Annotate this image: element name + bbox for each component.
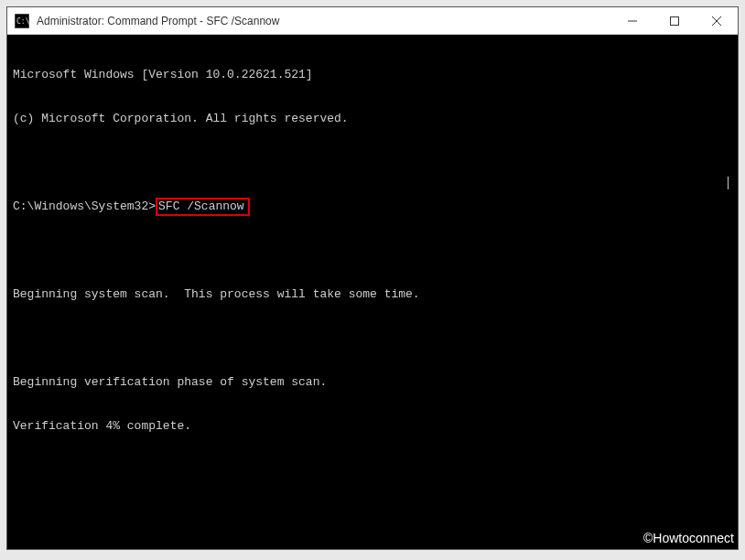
output-line: Beginning system scan. This process will… [13, 287, 732, 302]
output-line: (c) Microsoft Corporation. All rights re… [13, 112, 732, 126]
prompt-path: C:\Windows\System32> [13, 199, 156, 214]
close-button[interactable] [696, 7, 738, 34]
blank-line [13, 156, 732, 170]
window-title: Administrator: Command Prompt - SFC /Sca… [37, 15, 611, 27]
output-line: Beginning verification phase of system s… [13, 375, 732, 390]
output-line: Verification 4% complete. [13, 419, 732, 434]
svg-text:C:\: C:\ [16, 17, 29, 26]
window-controls [611, 7, 738, 34]
app-icon: C:\ [15, 14, 29, 28]
blank-line [13, 331, 732, 346]
output-line: Microsoft Windows [Version 10.0.22621.52… [13, 68, 732, 82]
watermark: ©Howtoconnect [643, 531, 734, 545]
titlebar[interactable]: C:\ Administrator: Command Prompt - SFC … [7, 7, 738, 35]
minimize-button[interactable] [611, 7, 653, 34]
command-highlight: SFC /Scannow [156, 198, 250, 216]
prompt-line: C:\Windows\System32>SFC /Scannow [13, 199, 732, 214]
svg-rect-3 [671, 16, 679, 25]
command-prompt-window: C:\ Administrator: Command Prompt - SFC … [6, 6, 739, 550]
terminal-output[interactable]: Microsoft Windows [Version 10.0.22621.52… [7, 35, 738, 549]
maximize-button[interactable] [653, 7, 696, 34]
command-text: SFC /Scannow [158, 199, 244, 213]
text-cursor [728, 177, 729, 189]
blank-line [13, 243, 732, 258]
